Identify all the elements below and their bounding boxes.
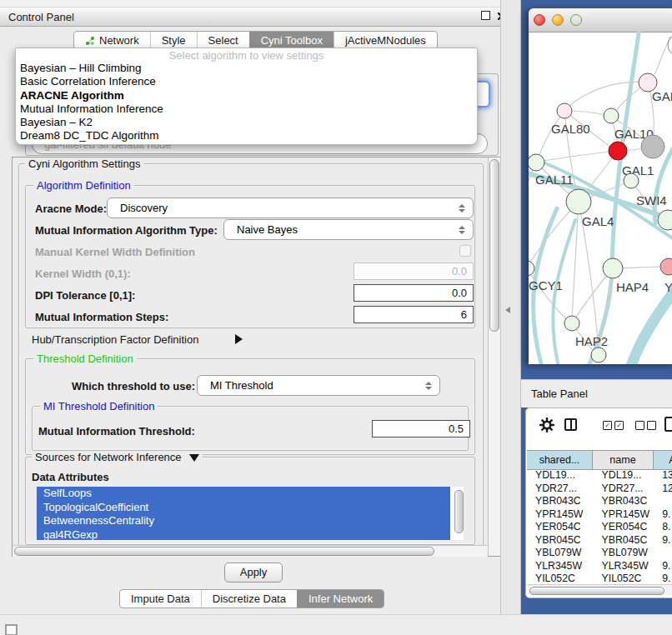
apply-button[interactable]: Apply (224, 562, 283, 582)
file-icon[interactable] (664, 417, 672, 432)
network-node-gal10[interactable] (604, 108, 619, 123)
hub-definition-label[interactable]: Hub/Transcription Factor Definition (32, 333, 198, 346)
column-header-name[interactable]: name (593, 451, 654, 469)
checked-columns-icon[interactable]: ✓✓ (603, 421, 624, 430)
network-node-hap4[interactable] (603, 258, 623, 278)
settings-hscrollbar-thumb[interactable] (14, 547, 434, 556)
table-cell[interactable]: YLR345W (527, 560, 594, 573)
network-node-gal1[interactable] (609, 142, 627, 160)
table-cell[interactable]: 9. (654, 560, 672, 573)
kernel-width-field[interactable]: 0.0 (354, 262, 474, 280)
tab-jactivemnodules[interactable]: jActiveMNodules (333, 32, 437, 49)
tab-discretize-data[interactable]: Discretize Data (201, 590, 297, 608)
data-attribute-item[interactable]: SelfLoops (37, 487, 450, 501)
mi-steps-field[interactable]: 6 (354, 306, 474, 323)
network-window-titlebar[interactable] (529, 8, 672, 32)
tab-select[interactable]: Select (197, 32, 249, 49)
table-cell[interactable]: 9. (654, 534, 672, 548)
table-row[interactable]: YBR043CYBR043C (527, 495, 672, 508)
network-node-hap2[interactable] (564, 316, 579, 331)
tab-cyni-toolbox[interactable]: Cyni Toolbox (249, 32, 333, 49)
network-node-gal4[interactable] (566, 189, 591, 214)
manual-kernel-width-checkbox[interactable] (459, 245, 471, 257)
data-attribute-item[interactable]: BetweennessCentrality (37, 514, 450, 528)
table-hscrollbar-thumb[interactable] (529, 587, 664, 595)
table-cell[interactable]: YBR045C (527, 534, 594, 548)
table-cell[interactable] (654, 495, 672, 508)
table-cell[interactable]: YPR145W (594, 508, 654, 522)
table-cell[interactable]: YER054C (594, 521, 654, 534)
tab-network[interactable]: Network (74, 32, 150, 49)
table-cell[interactable]: YBL079W (527, 547, 594, 560)
zoom-traffic-icon[interactable] (570, 14, 582, 26)
network-edge[interactable] (544, 151, 618, 161)
algorithm-option[interactable]: Mutual Information Inference (16, 102, 477, 116)
table-row[interactable]: YER054CYER054C8. (527, 521, 672, 534)
sources-label[interactable]: Sources for Network Inference (32, 451, 203, 463)
algorithm-dropdown[interactable]: Select algorithm to view settings Bayesi… (15, 48, 478, 145)
algorithm-option[interactable]: Bayesian – K2 (16, 116, 477, 129)
network-node-gcy1[interactable] (529, 261, 534, 276)
table-row[interactable]: YDR27...YDR27...12 (527, 482, 672, 496)
network-node-swi4[interactable] (624, 173, 639, 188)
hub-collapse-arrow-icon[interactable] (235, 334, 243, 344)
table-row[interactable]: YPR145WYPR145W9. (527, 508, 672, 522)
network-view-window[interactable]: GALGAL80GAL10GAL1GAL11GAL4SWI4GCY1HAP4YH… (529, 8, 672, 364)
aracne-mode-select[interactable]: Discovery (107, 198, 474, 218)
network-node-y[interactable] (660, 258, 672, 275)
table-cell[interactable]: 13 (654, 469, 672, 482)
float-icon[interactable] (481, 11, 490, 20)
unchecked-columns-icon[interactable] (635, 421, 656, 430)
data-attributes-list[interactable]: SelfLoopsTopologicalCoefficientBetweenne… (37, 487, 464, 540)
table-row[interactable]: YLR345WYLR345W9. (527, 560, 672, 573)
table-cell[interactable]: YBR043C (527, 495, 594, 508)
mi-threshold-field[interactable]: 0.5 (372, 420, 470, 438)
attributes-scrollbar-thumb[interactable] (454, 490, 464, 533)
table-row[interactable]: YBL079WYBL079W (527, 547, 672, 560)
tab-impute-data[interactable]: Impute Data (120, 590, 201, 608)
table-cell[interactable]: YDR27... (527, 482, 594, 496)
network-canvas[interactable]: GALGAL80GAL10GAL1GAL11GAL4SWI4GCY1HAP4YH… (529, 32, 672, 364)
dpi-tolerance-field[interactable]: 0.0 (354, 284, 474, 302)
table-cell[interactable]: YER054C (527, 521, 594, 534)
data-attribute-item[interactable]: TopologicalCoefficient (37, 501, 450, 515)
column-header-partial[interactable]: A (654, 451, 672, 469)
split-view-icon[interactable] (564, 418, 577, 431)
table-cell[interactable]: YDL19... (594, 469, 654, 482)
table-cell[interactable]: 12 (654, 482, 672, 496)
table-cell[interactable]: 9. (654, 508, 672, 522)
network-node[interactable] (641, 135, 664, 158)
column-header-shared-name[interactable]: shared... (527, 451, 593, 469)
table-row[interactable]: YIL052CYIL052C9. (527, 572, 672, 582)
table-cell[interactable]: 8. (654, 521, 672, 534)
sources-expand-arrow-icon[interactable] (189, 454, 199, 462)
table-horizontal-scrollbar[interactable] (528, 584, 672, 595)
tab-infer-network[interactable]: Infer Network (297, 590, 384, 608)
settings-scrollbar-thumb[interactable] (489, 159, 499, 332)
network-node-gal11[interactable] (529, 154, 544, 171)
tab-style[interactable]: Style (150, 32, 197, 49)
network-node-gal80[interactable] (557, 103, 572, 118)
algorithm-option[interactable]: Bayesian – Hill Climbing (16, 62, 477, 75)
table-cell[interactable]: 9. (654, 572, 672, 582)
mi-algorithm-type-select[interactable]: Naive Bayes (223, 219, 474, 240)
panel-divider[interactable] (500, 0, 521, 614)
table-row[interactable]: YBR045CYBR045C9. (527, 534, 672, 548)
table-cell[interactable]: YDL19... (527, 469, 594, 482)
minimize-traffic-icon[interactable] (552, 14, 564, 26)
table-cell[interactable]: YLR345W (594, 560, 654, 573)
table-cell[interactable]: YDR27... (594, 482, 654, 496)
table-cell[interactable]: YPR145W (527, 508, 594, 522)
which-threshold-select[interactable]: MI Threshold (197, 375, 440, 396)
memory-indicator-icon[interactable] (5, 624, 18, 635)
table-cell[interactable] (654, 547, 672, 560)
algorithm-option[interactable]: Dream8 DC_TDC Algorithm (16, 129, 477, 142)
divider-collapse-arrow-icon[interactable] (505, 307, 510, 313)
algorithm-option[interactable]: Basic Correlation Inference (16, 75, 477, 88)
network-edge[interactable] (566, 82, 648, 108)
algorithm-option[interactable]: ARACNE Algorithm (16, 89, 477, 102)
gear-icon[interactable] (539, 418, 554, 435)
network-node[interactable] (591, 348, 606, 362)
table-cell[interactable]: YBL079W (594, 547, 654, 560)
table-cell[interactable]: YBR043C (594, 495, 654, 508)
